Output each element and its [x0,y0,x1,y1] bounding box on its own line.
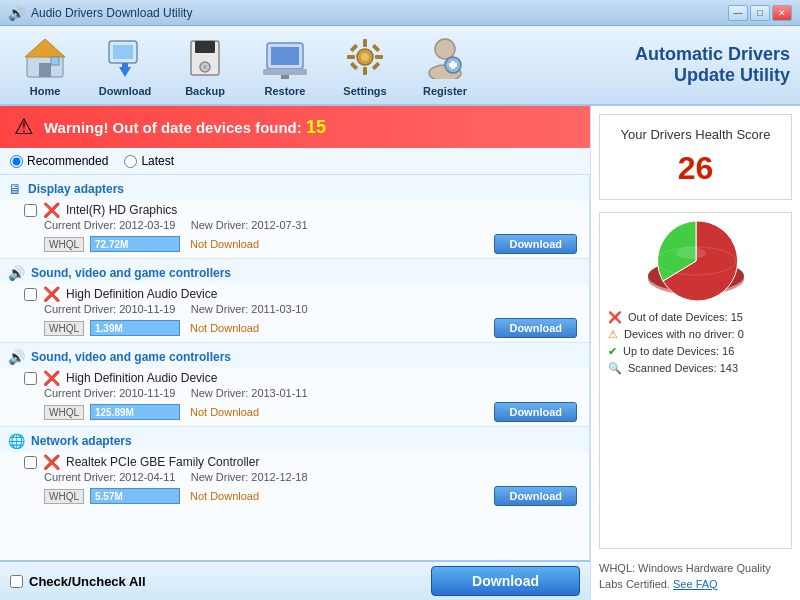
filter-row: Recommended Latest [0,148,590,175]
svg-point-26 [435,39,455,59]
legend: ❌ Out of date Devices: 15 ⚠ Devices with… [608,311,783,375]
close-button[interactable]: ✕ [772,5,792,21]
table-row: ❌ High Definition Audio Device Current D… [0,284,589,342]
toolbar: Home Download Backup [0,26,800,106]
recommended-radio[interactable]: Recommended [10,154,108,168]
svg-rect-20 [347,55,355,59]
size-bar-1: 1.39M [90,320,180,336]
warning-bar: ⚠ Warning! Out of date devices found: 15 [0,106,590,148]
right-panel: Your Drivers Health Score 26 [590,106,800,600]
svg-rect-5 [113,45,133,59]
svg-rect-9 [195,41,215,53]
legend-item-3: 🔍 Scanned Devices: 143 [608,362,783,375]
sound-icon-2: 🔊 [8,349,25,365]
driver-versions-2: Current Driver: 2010-11-19 New Driver: 2… [24,386,581,402]
driver-download-row-3: WHQL 5.57M Not Download Download [24,486,581,506]
brand: Automatic Drivers Update Utility [635,44,790,86]
svg-rect-24 [350,62,358,70]
driver-checkbox[interactable] [24,204,37,217]
toolbar-home[interactable]: Home [10,33,80,97]
backup-label: Backup [185,85,225,97]
latest-input[interactable] [124,155,137,168]
toolbar-download[interactable]: Download [90,33,160,97]
svg-rect-25 [372,62,380,70]
driver-list[interactable]: 🖥 Display adapters ❌ Intel(R) HD Graphic… [0,175,590,560]
svg-point-34 [676,247,706,259]
register-icon [421,33,469,81]
check-all-checkbox[interactable] [10,575,23,588]
category-name-1: Sound, video and game controllers [31,266,231,280]
sound-icon-1: 🔊 [8,265,25,281]
svg-rect-15 [281,75,289,79]
size-text-1: 1.39M [95,323,123,334]
category-sound-2: 🔊 Sound, video and game controllers [0,343,589,368]
pie-chart [636,221,756,301]
maximize-button[interactable]: □ [750,5,770,21]
svg-rect-2 [39,63,51,77]
whql-faq-link[interactable]: See FAQ [673,578,718,590]
driver-checkbox-2[interactable] [24,372,37,385]
left-panel: ⚠ Warning! Out of date devices found: 15… [0,106,590,600]
driver-checkbox-3[interactable] [24,456,37,469]
backup-icon [181,33,229,81]
category-name: Display adapters [28,182,124,196]
check-all-label[interactable]: Check/Uncheck All [10,574,146,589]
download-icon [101,33,149,81]
app-title: Audio Drivers Download Utility [31,6,728,20]
svg-rect-30 [449,63,457,67]
home-icon [21,33,69,81]
restore-label: Restore [265,85,306,97]
driver-versions: Current Driver: 2012-03-19 New Driver: 2… [24,218,581,234]
svg-rect-21 [375,55,383,59]
toolbar-register[interactable]: Register [410,33,480,97]
svg-rect-3 [51,57,59,65]
driver-name: Intel(R) HD Graphics [66,203,177,217]
download-button-3[interactable]: Download [494,486,577,506]
category-network: 🌐 Network adapters [0,427,589,452]
home-label: Home [30,85,61,97]
chart-box: ❌ Out of date Devices: 15 ⚠ Devices with… [599,212,792,549]
download-label: Download [99,85,152,97]
svg-rect-7 [122,63,128,71]
size-text-2: 125.89M [95,407,134,418]
legend-item-0: ❌ Out of date Devices: 15 [608,311,783,324]
titlebar: 🔊 Audio Drivers Download Utility — □ ✕ [0,0,800,26]
health-score-value: 26 [608,150,783,187]
window-controls: — □ ✕ [728,5,792,21]
driver-versions-1: Current Driver: 2010-11-19 New Driver: 2… [24,302,581,318]
svg-rect-22 [350,44,358,52]
legend-item-1: ⚠ Devices with no driver: 0 [608,328,783,341]
toolbar-backup[interactable]: Backup [170,33,240,97]
toolbar-restore[interactable]: Restore [250,33,320,97]
latest-radio[interactable]: Latest [124,154,174,168]
download-all-button[interactable]: Download [431,566,580,596]
driver-versions-3: Current Driver: 2012-04-11 New Driver: 2… [24,470,581,486]
download-button-1[interactable]: Download [494,318,577,338]
toolbar-settings[interactable]: Settings [330,33,400,97]
recommended-input[interactable] [10,155,23,168]
download-button[interactable]: Download [494,234,577,254]
svg-rect-13 [271,47,299,65]
health-score-box: Your Drivers Health Score 26 [599,114,792,200]
out-of-date-icon: ❌ [608,311,622,324]
up-to-date-icon: ✔ [608,345,617,358]
driver-checkbox-1[interactable] [24,288,37,301]
warning-count: 15 [306,117,326,137]
category-display-adapters: 🖥 Display adapters [0,175,589,200]
minimize-button[interactable]: — [728,5,748,21]
table-row: ❌ High Definition Audio Device Current D… [0,368,589,426]
download-button-2[interactable]: Download [494,402,577,422]
whql-badge: WHQL [44,237,84,252]
app-icon: 🔊 [8,5,25,21]
size-text: 72.72M [95,239,128,250]
svg-rect-19 [363,67,367,75]
svg-point-11 [203,65,207,69]
warning-text: Warning! Out of date devices found: 15 [44,117,326,138]
size-bar-2: 125.89M [90,404,180,420]
whql-badge-2: WHQL [44,405,84,420]
category-sound-1: 🔊 Sound, video and game controllers [0,259,589,284]
driver-name-3: Realtek PCIe GBE Family Controller [66,455,259,469]
svg-rect-18 [363,39,367,47]
bottom-bar: Check/Uncheck All Download [0,560,590,600]
legend-item-2: ✔ Up to date Devices: 16 [608,345,783,358]
